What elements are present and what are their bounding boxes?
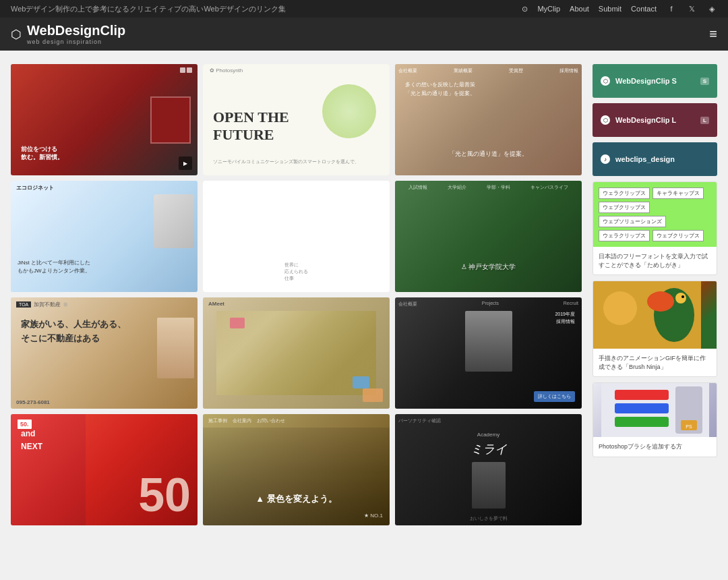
thumb-6-nav: 入試情報大学紹介学部・学科キャンパスライフ — [398, 184, 578, 191]
sidebar-webclips[interactable]: ♪ webclips_design — [593, 142, 717, 176]
nav-contact[interactable]: Contact — [631, 5, 657, 13]
play-button[interactable]: ▶ — [179, 156, 192, 170]
logo-title: WebDesignClip — [27, 23, 125, 38]
facebook-icon[interactable]: f — [666, 3, 677, 14]
nav-submit[interactable]: Submit — [599, 5, 621, 13]
brush-image: PS — [593, 383, 717, 437]
thumb-7-text: 家族がいる、人生がある、そこに不動産はある — [21, 318, 126, 346]
bird-image — [593, 281, 717, 349]
wdc-l-label: WebDesignClip L — [615, 116, 676, 124]
thumb-8-sticky-1 — [363, 388, 383, 402]
grid-item-11[interactable]: 施工事例会社案内お問い合わせ ▲ 景色を変えよう。 ★ NO.1 — [203, 414, 390, 525]
webclips-icon: ♪ — [601, 154, 610, 164]
webclips-label: webclips_design — [615, 155, 675, 163]
thumb-4-image — [154, 194, 194, 248]
thumb-10-text: andNEXT — [21, 428, 42, 453]
grid-row-3: TOA 加賀不動産 ☰ 家族がいる、人生がある、そこに不動産はある 095-27… — [11, 297, 582, 409]
grid-row-4: 50. andNEXT 50 施工事例会社案内お問い合わせ ▲ 景色を変えよう。… — [11, 414, 582, 525]
nav-myclip[interactable]: MyClip — [537, 5, 560, 13]
thumb-9-button: 詳しくはこちら — [534, 391, 575, 402]
svg-point-5 — [681, 295, 684, 298]
thumbnail-grid: 前位をつける飲む。新習慣。 ▶ ✿ Photosynth OPEN THEFUT… — [11, 64, 582, 531]
svg-point-1 — [603, 291, 637, 325]
sidebar-font-title: 日本語のフリーフォントを文章入力で試すことができる「ためしがき」 — [593, 247, 717, 274]
grid-item-6[interactable]: 入試情報大学紹介学部・学科キャンパスライフ ♙ 神戸女学院大学 — [395, 181, 582, 292]
grid-item-12[interactable]: バーソナリティ確認 Academyミライ おいしさを夢で料 — [395, 414, 582, 525]
thumb-9-person — [465, 311, 512, 372]
svg-text:PS: PS — [686, 424, 692, 429]
grid-item-8[interactable]: AMeet — [203, 297, 390, 409]
thumb-8-brand: AMeet — [208, 301, 224, 307]
sidebar-bird-title: 手描きのアニメーションGIFを簡単に作成できる「Brush Ninja」 — [593, 349, 717, 376]
sidebar-wdc-l[interactable]: ⬡ WebDesignClip L L — [593, 103, 717, 137]
bird-svg — [593, 281, 701, 349]
font-tag: キャラキャップス — [653, 187, 704, 199]
thumb-8-sticky-2 — [353, 376, 369, 388]
thumb-12-content: Academyミライ — [412, 431, 565, 509]
topbar-description: Webデザイン制作の上で参考になるクリエイティブの高いWebデザインのリンク集 — [11, 4, 286, 14]
thumb-3-tagline: 「光と風の通り道」を提案。 — [449, 150, 528, 158]
thumb-4-text: JiNst と比べて一年利用にしたもかもJWよりカンタン作業。 — [18, 259, 90, 275]
thumb-2-brand: ✿ Photosynth — [210, 67, 243, 74]
thumb-3-sub: 多くの想いを反映した最善策「光と風の通り道」を提案。 — [405, 81, 475, 98]
svg-point-3 — [647, 291, 674, 312]
grid-item-7[interactable]: TOA 加賀不動産 ☰ 家族がいる、人生がある、そこに不動産はある 095-27… — [11, 297, 198, 409]
nav-about[interactable]: About — [570, 5, 589, 13]
thumb-2-circle — [322, 84, 376, 138]
logo-subtitle: web design inspiration — [27, 38, 125, 45]
thumb-9-text: 2019年度採用情報 — [555, 311, 575, 325]
thumb-10-overlay — [86, 414, 198, 525]
sidebar-brush-card[interactable]: PS Photoshopブラシを追加する方 — [593, 382, 717, 457]
thumb-8-sticky-3 — [230, 318, 245, 328]
mypage-icon: ⊙ — [522, 5, 528, 13]
grid-row-2: エコロジネット JiNst と比べて一年利用にしたもかもJWよりカンタン作業。 … — [11, 181, 582, 292]
nav-dot — [187, 67, 192, 73]
wdc-l-badge: L — [700, 117, 709, 124]
grid-item-5[interactable]: 世界に応えられる仕事 — [203, 181, 390, 292]
logo-icon: ⬡ — [11, 27, 22, 42]
thumb-7-family-img — [157, 318, 194, 378]
sidebar-font-card[interactable]: ウェラクリップス キャラキャップス ウェブクリップス ウェブソリューションズ ウ… — [593, 181, 717, 275]
thumb-12-bottom: おいしさを夢で料 — [398, 515, 578, 522]
wdc-s-badge: S — [700, 78, 709, 85]
thumb-1-nav — [180, 67, 192, 73]
thumb-1-text: 前位をつける飲む。新習慣。 — [21, 145, 63, 162]
wdc-s-label: WebDesignClip S — [615, 77, 677, 85]
sidebar: ⬡ WebDesignClip S S ⬡ WebDesignClip L L … — [593, 64, 717, 531]
thumb-6-title: ♙ 神戸女学院大学 — [461, 262, 516, 272]
font-tag: ウェブクリップス — [599, 202, 650, 213]
logo[interactable]: ⬡ WebDesignClip web design inspiration — [11, 23, 125, 45]
rss-icon[interactable]: ◈ — [706, 3, 717, 14]
grid-item-10[interactable]: 50. andNEXT 50 — [11, 414, 198, 525]
thumb-7-brand: TOA 加賀不動産 ☰ — [16, 301, 67, 308]
topbar-nav: ⊙ MyClip About Submit Contact f 𝕏 ◈ — [522, 3, 717, 14]
font-tag: ウェブソリューションズ — [599, 216, 666, 227]
grid-item-3[interactable]: 会社概要業績概要受賞歴採用情報 「光と風の通り道」を提案。 多くの想いを反映した… — [395, 64, 582, 175]
svg-rect-7 — [615, 390, 669, 400]
svg-rect-9 — [615, 417, 669, 427]
topbar: Webデザイン制作の上で参考になるクリエイティブの高いWebデザインのリンク集 … — [0, 0, 728, 18]
sidebar-wdc-s[interactable]: ⬡ WebDesignClip S S — [593, 64, 717, 98]
thumb-9-nav: 会社概要ProjectsRecruit — [398, 301, 578, 308]
thumb-5-sub: 世界に応えられる仕事 — [284, 262, 308, 282]
font-tag: ウェラクリップス — [599, 230, 650, 241]
font-tag: ウェラクリップス — [599, 187, 650, 199]
grid-item-2[interactable]: ✿ Photosynth OPEN THEFUTURE ソニーモバイルコミュニケ… — [203, 64, 390, 175]
thumb-3-nav: 会社概要業績概要受賞歴採用情報 — [398, 67, 578, 74]
grid-item-1[interactable]: 前位をつける飲む。新習慣。 ▶ — [11, 64, 198, 175]
thumb-11-tagline: ▲ 景色を変えよう。 — [255, 493, 336, 505]
logo-text: WebDesignClip web design inspiration — [27, 23, 125, 45]
grid-item-9[interactable]: 会社概要ProjectsRecruit 2019年度採用情報 詳しくはこちら — [395, 297, 582, 409]
grid-row-1: 前位をつける飲む。新習慣。 ▶ ✿ Photosynth OPEN THEFUT… — [11, 64, 582, 175]
thumb-12-nav: バーソナリティ確認 — [398, 417, 578, 424]
thumb-11-no1: ★ NO.1 — [364, 513, 383, 519]
header: ⬡ WebDesignClip web design inspiration ≡ — [0, 18, 728, 51]
grid-item-4[interactable]: エコロジネット JiNst と比べて一年利用にしたもかもJWよりカンタン作業。 — [11, 181, 198, 292]
twitter-icon[interactable]: 𝕏 — [686, 3, 697, 14]
sidebar-bird-card[interactable]: 手描きのアニメーションGIFを簡単に作成できる「Brush Ninja」 — [593, 281, 717, 377]
menu-icon[interactable]: ≡ — [709, 26, 717, 42]
wdc-l-icon: ⬡ — [601, 115, 610, 125]
font-preview: ウェラクリップス キャラキャップス ウェブクリップス ウェブソリューションズ ウ… — [593, 182, 717, 247]
brush-svg: PS — [601, 383, 709, 437]
thumb-2-title: OPEN THEFUTURE — [213, 109, 289, 144]
